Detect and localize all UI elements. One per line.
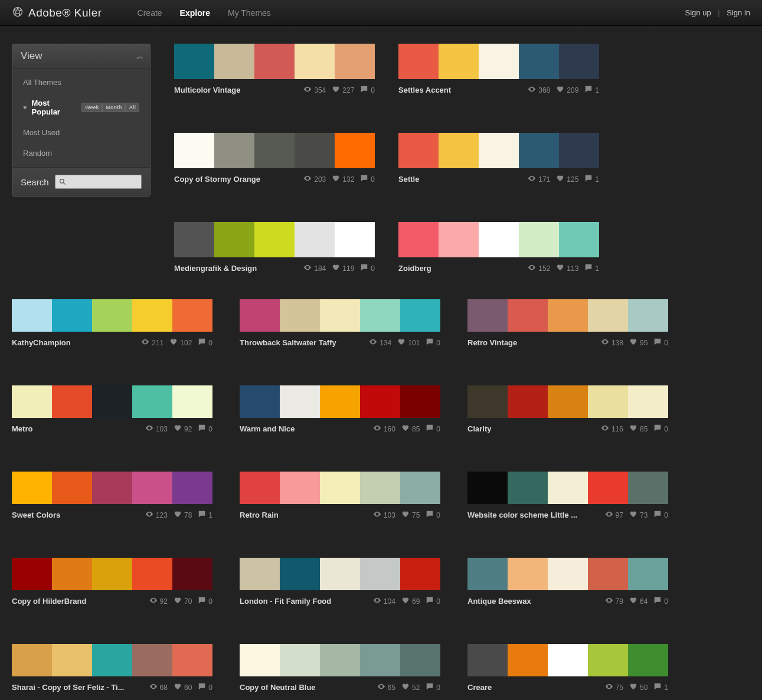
auth-links: Sign up | Sign in: [685, 8, 750, 17]
swatch: [479, 222, 519, 257]
view-panel: View ︽ All Themes ♥ Most Popular Week Mo…: [12, 44, 151, 197]
theme-stats: 123781: [145, 510, 212, 520]
svg-point-3: [20, 9, 22, 11]
views-stat: 75: [605, 682, 623, 692]
swatch: [240, 558, 280, 590]
pill-all[interactable]: All: [125, 103, 139, 112]
theme-name: Creare: [467, 683, 605, 692]
view-item-label: Most Popular: [32, 99, 74, 116]
theme-name: Sharai - Copy of Ser Feliz - Ti...: [12, 683, 149, 692]
theme-card[interactable]: Copy of HilderBrand92700: [12, 558, 212, 606]
view-all-themes[interactable]: All Themes: [12, 72, 150, 93]
signup-link[interactable]: Sign up: [685, 8, 711, 17]
comment-icon: [426, 596, 434, 606]
theme-card[interactable]: Retro Rain103750: [240, 472, 440, 520]
heart-icon: [556, 174, 564, 184]
comments-stat: 0: [198, 338, 212, 348]
nav-explore[interactable]: Explore: [180, 8, 210, 18]
logo[interactable]: Adobe® Kuler: [12, 6, 102, 19]
swatch-row: [12, 472, 212, 504]
view-random[interactable]: Random: [12, 143, 150, 163]
swatch-row: [12, 644, 212, 676]
theme-meta: London - Fit Family Food104690: [240, 590, 440, 606]
swatch: [214, 222, 254, 257]
comment-icon: [653, 682, 662, 692]
theme-card[interactable]: Copy of Neutral Blue65520: [240, 644, 440, 692]
theme-card[interactable]: Sweet Colors123781: [12, 472, 212, 520]
swatch-row: [467, 299, 668, 332]
theme-card[interactable]: Clarity116850: [467, 385, 668, 434]
swatch: [92, 644, 132, 676]
theme-card[interactable]: London - Fit Family Food104690: [240, 558, 440, 606]
swatch-row: [240, 299, 440, 332]
swatch: [174, 133, 214, 168]
signin-link[interactable]: Sign in: [727, 8, 750, 17]
theme-card[interactable]: Copy of Stormy Orange2031320: [174, 133, 375, 184]
theme-card[interactable]: Multicolor Vintage3542270: [174, 44, 375, 95]
pill-month[interactable]: Month: [102, 103, 125, 112]
likes-stat: 60: [174, 682, 192, 692]
theme-stats: 160850: [373, 424, 440, 434]
swatch: [467, 472, 508, 504]
eye-icon: [528, 263, 536, 273]
swatch: [360, 472, 400, 504]
nav-create[interactable]: Create: [138, 8, 162, 18]
eye-icon: [528, 174, 536, 184]
theme-card[interactable]: Sharai - Copy of Ser Feliz - Ti...68600: [12, 644, 212, 692]
theme-card[interactable]: Zoidberg1521131: [398, 222, 599, 273]
swatch: [400, 385, 440, 418]
theme-card[interactable]: Settle1711251: [398, 133, 599, 184]
theme-card[interactable]: KathyChampion2111020: [12, 299, 212, 348]
theme-card[interactable]: Settles Accent3682091: [398, 44, 599, 95]
pill-week[interactable]: Week: [81, 103, 102, 112]
theme-meta: Clarity116850: [467, 418, 668, 434]
views-stat: 368: [528, 85, 550, 95]
swatch-row: [467, 644, 668, 676]
heart-icon: [332, 263, 340, 273]
theme-meta: Retro Rain103750: [240, 504, 440, 520]
comments-stat: 0: [653, 510, 668, 520]
swatch: [132, 644, 172, 676]
theme-card[interactable]: Website color scheme Little ...97730: [467, 472, 668, 520]
likes-stat: 73: [629, 510, 647, 520]
swatch: [12, 558, 52, 590]
theme-stats: 1841190: [303, 263, 375, 273]
swatch-row: [398, 133, 599, 168]
swatch: [240, 299, 280, 332]
heart-icon: [401, 596, 410, 606]
swatch: [548, 385, 588, 418]
view-most-popular[interactable]: ♥ Most Popular Week Month All: [12, 93, 150, 122]
eye-icon: [149, 596, 158, 606]
theme-card[interactable]: Mediengrafik & Design1841190: [174, 222, 375, 273]
comment-icon: [198, 510, 206, 520]
view-most-used[interactable]: Most Used: [12, 122, 150, 143]
theme-card[interactable]: Throwback Saltwater Taffy1341010: [240, 299, 440, 348]
likes-stat: 113: [556, 263, 578, 273]
comments-stat: 1: [584, 263, 599, 273]
likes-stat: 75: [401, 510, 420, 520]
swatch: [320, 472, 360, 504]
nav-mythemes[interactable]: My Themes: [228, 8, 271, 18]
swatch: [295, 222, 335, 257]
swatch-row: [240, 472, 440, 504]
swatch: [320, 385, 360, 418]
theme-card[interactable]: Warm and Nice160850: [240, 385, 440, 434]
likes-stat: 50: [629, 682, 647, 692]
likes-stat: 95: [629, 338, 647, 348]
heart-icon: ♥: [23, 104, 27, 111]
comments-stat: 0: [426, 510, 440, 520]
swatch: [588, 299, 628, 332]
view-item-label: Random: [23, 149, 52, 158]
likes-stat: 52: [401, 682, 420, 692]
theme-stats: 1711251: [528, 174, 599, 184]
view-panel-header[interactable]: View ︽: [12, 44, 150, 68]
main: View ︽ All Themes ♥ Most Popular Week Mo…: [0, 26, 762, 293]
top-theme-grid: Multicolor Vintage3542270Settles Accent3…: [174, 44, 750, 287]
theme-card[interactable]: Retro Vintage138950: [467, 299, 668, 348]
search-input[interactable]: [55, 175, 142, 189]
theme-meta: Copy of Stormy Orange2031320: [174, 168, 375, 184]
theme-name: Settle: [398, 175, 528, 184]
theme-card[interactable]: Creare75501: [467, 644, 668, 692]
theme-card[interactable]: Antique Beeswax79640: [467, 558, 668, 606]
theme-card[interactable]: Metro103920: [12, 385, 212, 434]
